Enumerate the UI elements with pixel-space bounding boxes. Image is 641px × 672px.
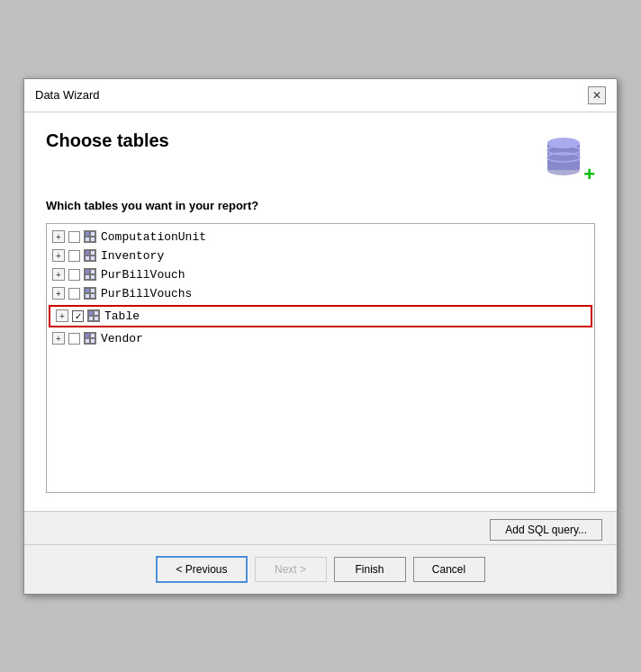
expand-button[interactable]: + [52,332,65,345]
table-name-label: Inventory [101,249,164,263]
table-grid-icon [87,309,100,322]
data-wizard-dialog: Data Wizard ✕ Choose tables + [23,78,618,595]
expand-button[interactable]: + [52,268,65,281]
table-row[interactable]: + PurBillVouchs [47,284,594,303]
page-title: Choose tables [46,130,169,151]
table-grid-icon [84,230,96,243]
table-row[interactable]: + ComputationUnit [47,228,594,246]
table-checkbox[interactable] [68,231,80,243]
table-checkbox[interactable] [68,288,80,300]
table-grid-icon [84,332,96,345]
dialog-title: Data Wizard [35,88,100,102]
table-checkbox[interactable] [68,333,80,345]
table-name-label: Table [104,309,140,323]
table-checkbox-checked[interactable]: ✓ [72,310,84,322]
table-checkbox[interactable] [68,269,80,281]
expand-button[interactable]: + [52,249,65,262]
expand-button[interactable]: + [52,287,65,300]
next-button: Next > [255,557,327,582]
table-row[interactable]: + PurBillVouch [47,265,594,284]
header-section: Choose tables + [46,130,595,184]
table-grid-icon [84,268,96,281]
finish-button[interactable]: Finish [334,557,406,582]
db-svg [541,130,586,177]
expand-button[interactable]: + [52,230,65,243]
table-name-label: PurBillVouch [101,268,185,282]
table-name-label: Vendor [101,332,143,345]
title-bar: Data Wizard ✕ [24,79,617,112]
plus-icon: + [583,165,595,184]
table-grid-icon [84,287,96,300]
question-label: Which tables you want in your report? [46,199,595,212]
expand-button[interactable]: + [56,309,68,322]
table-checkbox[interactable] [68,250,80,262]
dialog-body: Choose tables + Which tables you want i [24,112,617,511]
table-row[interactable]: + Inventory [47,246,594,265]
table-grid-icon [84,249,96,262]
cancel-button[interactable]: Cancel [413,557,485,582]
footer-buttons: < Previous Next > Finish Cancel [24,544,617,594]
table-name-label: PurBillVouchs [101,287,192,300]
table-row-selected[interactable]: + ✓ Table [49,305,592,327]
add-sql-button[interactable]: Add SQL query... [490,519,602,541]
table-name-label: ComputationUnit [101,230,206,244]
close-button[interactable]: ✕ [588,86,606,104]
tables-list[interactable]: + ComputationUnit + Inventory [46,223,595,493]
table-row[interactable]: + Vendor [47,329,594,348]
database-icon: + [541,130,595,184]
footer-top: Add SQL query... [24,511,617,544]
previous-button[interactable]: < Previous [156,556,247,583]
